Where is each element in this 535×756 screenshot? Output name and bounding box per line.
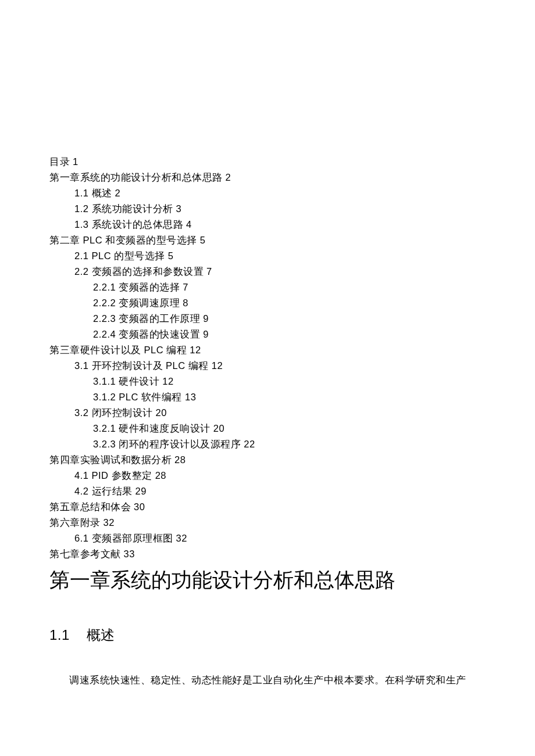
toc-entry-2-1: 2.1 PLC 的型号选择 5 [49,248,486,264]
toc-entry-4-2: 4.2 运行结果 29 [49,483,486,499]
toc-entry-4-1: 4.1 PID 参数整定 28 [49,468,486,483]
toc-entry-ch6: 第六章附录 32 [49,515,486,531]
toc-entry-ch4: 第四章实验调试和数据分析 28 [49,452,486,468]
toc-entry-1-2: 1.2 系统功能设计分析 3 [49,201,486,217]
toc-entry-3-1-1: 3.1.1 硬件设计 12 [49,374,486,389]
toc-entry-3-2-1: 3.2.1 硬件和速度反响设计 20 [49,421,486,436]
section-number: 1.1 [49,627,70,643]
chapter-1-heading: 第一章系统的功能设计分析和总体思路 [49,565,486,596]
toc-entry-3-2: 3.2 闭环控制设计 20 [49,405,486,421]
toc-entry-ch5: 第五章总结和体会 30 [49,499,486,515]
body-paragraph-1: 调速系统快速性、稳定性、动态性能好是工业自动化生产中根本要求。在科学研究和生产 [49,672,486,689]
toc-entry-ch7: 第七章参考文献 33 [49,546,486,562]
toc-entry-ch1: 第一章系统的功能设计分析和总体思路 2 [49,170,486,185]
toc-entry-2-2-1: 2.2.1 变频器的选择 7 [49,280,486,295]
toc-entry-ch3: 第三章硬件设计以及 PLC 编程 12 [49,342,486,358]
section-1-1-heading: 1.1 概述 [49,626,486,644]
toc-entry-2-2: 2.2 变频器的选择和参数设置 7 [49,264,486,280]
toc-entry-ch2: 第二章 PLC 和变频器的型号选择 5 [49,232,486,248]
toc-entry-2-2-4: 2.2.4 变频器的快速设置 9 [49,327,486,342]
toc-entry-2-2-3: 2.2.3 变频器的工作原理 9 [49,311,486,327]
section-title-text: 概述 [87,627,115,643]
toc-entry-3-1-2: 3.1.2 PLC 软件编程 13 [49,389,486,405]
toc-entry-3-1: 3.1 开环控制设计及 PLC 编程 12 [49,358,486,374]
toc-entry-contents: 目录 1 [49,154,486,170]
toc-entry-1-3: 1.3 系统设计的总体思路 4 [49,217,486,232]
toc-entry-3-2-3: 3.2.3 闭环的程序设计以及源程序 22 [49,436,486,452]
toc-entry-2-2-2: 2.2.2 变频调速原理 8 [49,295,486,311]
toc-entry-6-1: 6.1 变频器部原理框图 32 [49,531,486,546]
toc-entry-1-1: 1.1 概述 2 [49,185,486,201]
